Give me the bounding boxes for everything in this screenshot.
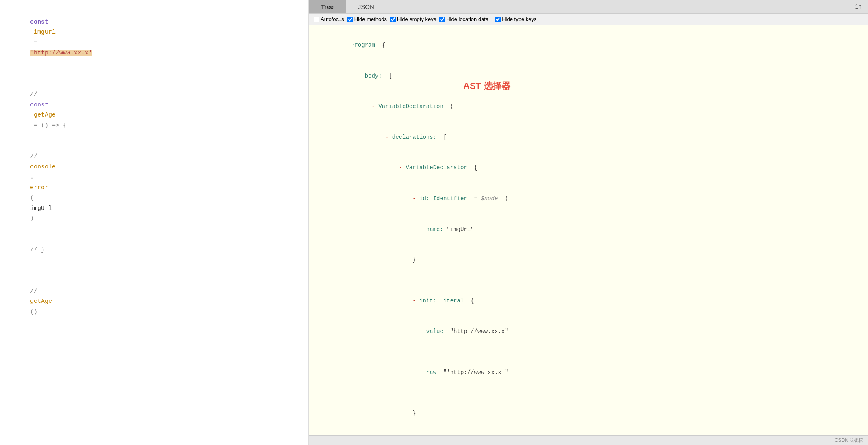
tree-line-vardecl: - VariableDeclaration {: [317, 91, 860, 122]
comment-error: error: [30, 184, 48, 191]
comment-slash: //: [30, 91, 41, 98]
id-open-brace: {: [498, 195, 508, 202]
footer-text: CSDN ©版权: [835, 437, 863, 444]
equals-sign: =: [30, 39, 41, 46]
hide-methods-label: Hide methods: [354, 16, 387, 22]
var-name: imgUrl: [30, 29, 56, 36]
main-container: const imgUrl = 'http://www.xx.x' // cons…: [0, 0, 868, 445]
program-brace: {: [375, 42, 385, 48]
comment-rest-1: = () => {: [30, 122, 67, 129]
hide-type-keys-checkbox[interactable]: [495, 17, 501, 22]
code-line-4: // console . error ( imgUrl ): [8, 141, 300, 235]
value-val: "http://www.xx.x": [450, 328, 508, 335]
indent-5c: [344, 298, 412, 304]
indent-4: [344, 164, 399, 171]
indent-5b: [344, 257, 412, 263]
keyword-const: const: [30, 19, 48, 26]
code-line-blank-1: [8, 69, 300, 79]
hide-location-data-checkbox[interactable]: [439, 17, 445, 22]
init-brace: {: [464, 298, 474, 304]
value-key: value:: [426, 328, 450, 335]
tree-line-vardeclarator-close: }: [317, 429, 860, 435]
minus-body: -: [358, 73, 365, 79]
body-key: body:: [365, 73, 382, 79]
name-value: "imgUrl": [447, 226, 474, 233]
hide-empty-keys-checkbox[interactable]: [390, 17, 396, 22]
comment-args-wrap: (: [30, 194, 34, 201]
comment-close-brace: // }: [30, 246, 45, 253]
comment-getage-fn: getAge: [30, 298, 52, 305]
tree-line-body: - body: [: [317, 61, 860, 92]
code-line-3: // const getAge = () => {: [8, 79, 300, 141]
indent-5: [344, 195, 412, 202]
comment-dot: .: [30, 174, 34, 181]
program-node[interactable]: Program: [351, 42, 375, 48]
id-equals: =: [467, 195, 481, 202]
raw-key: raw:: [426, 369, 443, 376]
minus-program: -: [344, 42, 351, 48]
minus-vardeclarator: -: [399, 164, 406, 171]
hide-type-keys-label: Hide type keys: [502, 16, 536, 22]
comment-getage: getAge: [30, 112, 56, 119]
tree-line-init: - init: Literal {: [317, 286, 860, 317]
tree-line-id: - id: Identifier = $node {: [317, 184, 860, 214]
comment-getage-call: //: [30, 288, 41, 295]
vardeclarator-node[interactable]: VariableDeclarator: [406, 164, 467, 171]
string-literal: 'http://www.xx.x': [30, 50, 92, 56]
autofocus-option[interactable]: Autofocus: [314, 16, 344, 22]
minus-vardecl: -: [371, 103, 378, 110]
hide-location-data-label: Hide location data: [446, 16, 488, 22]
vardecl-node[interactable]: VariableDeclaration: [378, 103, 443, 110]
tab-tree[interactable]: Tree: [309, 0, 346, 13]
comment-slash-2: //: [30, 153, 48, 160]
vardecl-brace: {: [443, 103, 454, 110]
tree-line-declarations: - declarations: [: [317, 122, 860, 153]
tree-line-id-close: }: [317, 245, 860, 276]
indent-6c: [344, 369, 426, 376]
tree-line-value: value: "http://www.xx.x": [317, 316, 860, 347]
comment-const: const: [30, 102, 48, 108]
raw-val: "'http://www.xx.x'": [443, 369, 508, 376]
tree-line-program: - Program {: [317, 30, 860, 61]
hide-methods-option[interactable]: Hide methods: [347, 16, 387, 22]
indent-1: [344, 73, 358, 79]
tree-line-blank-1: [317, 276, 860, 286]
init-close-brace: }: [412, 410, 416, 417]
comment-console: console: [30, 164, 56, 171]
name-key: name:: [426, 226, 447, 233]
hide-type-keys-option[interactable]: Hide type keys: [495, 16, 536, 22]
code-line-1: const imgUrl = 'http://www.xx.x': [8, 6, 300, 69]
declarations-key: declarations:: [392, 134, 436, 140]
code-line-5: // }: [8, 234, 300, 266]
indent-6: [344, 226, 426, 233]
tab-json[interactable]: JSON: [346, 0, 386, 13]
vardeclarator-brace: {: [467, 164, 477, 171]
declarations-bracket: [: [436, 134, 447, 140]
init-key: init:: [419, 298, 440, 304]
id-key: id:: [419, 195, 433, 202]
tree-content: AST 选择器 - Program { - body: [ - Variable…: [309, 25, 868, 435]
comment-getage-parens: (): [30, 309, 37, 315]
tree-line-blank-3: [317, 388, 860, 398]
id-close-brace: }: [412, 257, 416, 263]
indent-3: [344, 134, 385, 140]
hide-empty-keys-label: Hide empty keys: [397, 16, 436, 22]
minus-id: -: [412, 195, 419, 202]
autofocus-checkbox[interactable]: [314, 17, 319, 22]
hide-methods-checkbox[interactable]: [347, 17, 353, 22]
code-line-blank-2: [8, 266, 300, 276]
id-identifier: Identifier: [433, 195, 467, 202]
tree-line-raw: raw: "'http://www.xx.x'": [317, 357, 860, 388]
minus-init: -: [412, 298, 419, 304]
options-bar: Autofocus Hide methods Hide empty keys H…: [309, 14, 868, 25]
autofocus-label: Autofocus: [321, 16, 344, 22]
hide-location-data-option[interactable]: Hide location data: [439, 16, 488, 22]
body-bracket: [: [382, 73, 392, 79]
indent-2: [344, 103, 371, 110]
footer-bar: CSDN ©版权: [309, 435, 868, 445]
tree-line-init-close: }: [317, 398, 860, 429]
indent-5d: [344, 410, 412, 417]
hide-empty-keys-option[interactable]: Hide empty keys: [390, 16, 436, 22]
tab-bar: Tree JSON 1n: [309, 0, 868, 14]
tab-extra: 1n: [848, 0, 868, 13]
